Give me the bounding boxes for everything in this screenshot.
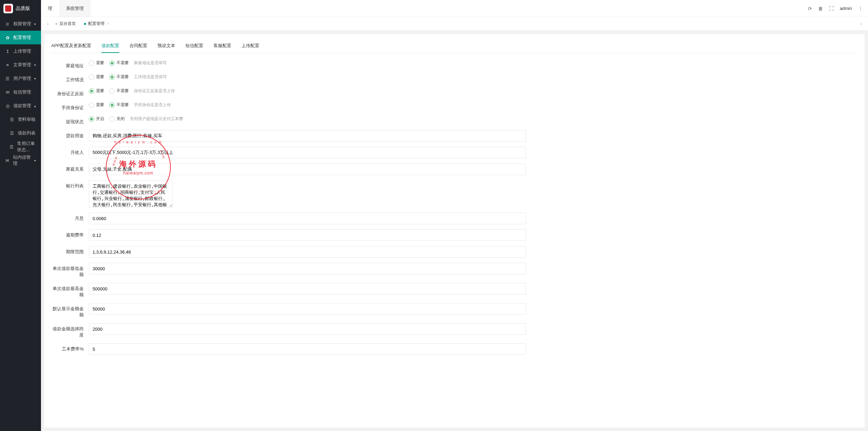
tab-prev-icon[interactable]: ‹ <box>44 21 51 26</box>
row-default-amount: 默认显示金额金额 <box>51 303 858 318</box>
label-hand-id: 手持身份证 <box>51 102 89 111</box>
label-min-amount: 单次借款最低金额 <box>51 263 89 278</box>
label-loan-use: 贷款用途 <box>51 130 89 139</box>
sidebar-item-config[interactable]: ✿ 配置管理 <box>0 31 41 44</box>
row-id-card: 身份证正反面 需要 不需要 身份证正反面是否上传 <box>51 88 858 97</box>
more-icon[interactable]: ⋮ <box>858 6 863 11</box>
row-banks: 银行列表 <box>51 180 858 207</box>
nav-label: 上传管理 <box>13 48 31 54</box>
upload-icon: ↥ <box>5 49 10 54</box>
inner-tab-sms[interactable]: 短信配置 <box>185 39 203 53</box>
input-loan-use[interactable] <box>89 130 526 142</box>
input-overdue[interactable] <box>89 229 526 241</box>
input-income[interactable] <box>89 147 526 158</box>
input-fee-rate[interactable] <box>89 343 526 355</box>
radio-need[interactable]: 需要 <box>89 102 104 108</box>
nav-label: 用户管理 <box>13 75 31 82</box>
sidebar-item-loan-list[interactable]: ☰ 借款列表 <box>0 126 41 140</box>
nav-label: 资料审核 <box>18 116 36 123</box>
radio-label: 需要 <box>96 60 104 66</box>
refresh-icon[interactable]: ⟳ <box>808 6 812 11</box>
inner-tab-label: 客服配置 <box>213 43 231 48</box>
label-step-amount: 借款金额选择跨度 <box>51 323 89 338</box>
chevron-down-icon: ▾ <box>34 22 36 26</box>
tab-home[interactable]: 后台首页 <box>51 17 80 30</box>
input-month-rate[interactable] <box>89 213 526 224</box>
inner-tab-app[interactable]: APP配置及更新配置 <box>51 39 91 53</box>
sidebar-item-permission[interactable]: ⎚ 权限管理 ▾ <box>0 17 41 31</box>
row-income: 月收入 <box>51 147 858 158</box>
inner-tab-label: APP配置及更新配置 <box>51 43 91 48</box>
chevron-down-icon: ▾ <box>34 77 36 81</box>
input-min-amount[interactable] <box>89 263 526 274</box>
input-family[interactable] <box>89 163 526 175</box>
nav-label: 常用订单状态... <box>17 141 36 153</box>
tab-label: 配置管理 <box>88 21 105 27</box>
inner-tab-contract[interactable]: 合同配置 <box>129 39 147 53</box>
sidebar-item-user[interactable]: ☰ 用户管理 ▾ <box>0 72 41 85</box>
brand-text: 品质版 <box>16 5 30 12</box>
label-id-card: 身份证正反面 <box>51 88 89 97</box>
radio-close[interactable]: 关闭 <box>109 116 125 122</box>
file-icon: ≡ <box>5 62 10 68</box>
inner-tab-upload[interactable]: 上传配置 <box>242 39 259 53</box>
radio-need[interactable]: 需要 <box>89 88 104 94</box>
tab-label: 后台首页 <box>59 21 76 27</box>
sidebar-item-loan[interactable]: ◎ 借款管理 ▴ <box>0 99 41 113</box>
sidebar-item-upload[interactable]: ↥ 上传管理 <box>0 44 41 58</box>
radio-open[interactable]: 开启 <box>89 116 104 122</box>
hint-text: 家庭地址是否填写 <box>134 60 167 66</box>
admin-dropdown[interactable]: admin <box>840 6 852 11</box>
sidebar-item-mail[interactable]: ✉ 站内信管理 ▾ <box>0 154 41 167</box>
radio-need[interactable]: 需要 <box>89 74 104 80</box>
tabbar: ‹ 后台首页 配置管理 ✕ › <box>41 17 868 31</box>
gear-icon: ✿ <box>5 35 10 40</box>
mail-icon: ✉ <box>5 158 10 163</box>
sidebar-item-loan-status[interactable]: ☰ 常用订单状态... <box>0 140 41 154</box>
radio-icon <box>89 74 94 80</box>
radio-label: 不需要 <box>116 74 129 80</box>
radio-no-need[interactable]: 不需要 <box>109 74 129 80</box>
sidebar-item-sms[interactable]: ✉ 短信管理 <box>0 85 41 99</box>
radio-label: 需要 <box>96 102 104 108</box>
radio-need[interactable]: 需要 <box>89 60 104 66</box>
label-month-rate: 月息 <box>51 213 89 221</box>
radio-icon <box>109 74 115 80</box>
input-period[interactable] <box>89 246 526 258</box>
inner-tab-loan[interactable]: 借款配置 <box>101 39 119 53</box>
sms-icon: ✉ <box>5 90 10 95</box>
radio-no-need[interactable]: 不需要 <box>109 60 129 66</box>
sidebar-item-article[interactable]: ≡ 文章管理 ▾ <box>0 58 41 72</box>
logo: 品质版 <box>0 0 41 17</box>
chevron-down-icon: ▾ <box>34 63 36 67</box>
header-tab-1[interactable]: 理 <box>41 0 59 17</box>
chevron-down-icon: ▾ <box>34 159 36 162</box>
label-home-address: 家庭地址 <box>51 60 89 69</box>
input-default-amount[interactable] <box>89 303 526 315</box>
fullscreen-icon[interactable]: ⛶ <box>829 6 834 11</box>
textarea-banks[interactable] <box>89 180 173 207</box>
input-max-amount[interactable] <box>89 283 526 294</box>
radio-no-need[interactable]: 不需要 <box>109 88 129 94</box>
input-step-amount[interactable] <box>89 323 526 335</box>
tab-next-icon[interactable]: › <box>858 21 865 26</box>
inner-tab-preset[interactable]: 预设文本 <box>157 39 175 53</box>
chevron-up-icon: ▴ <box>34 104 36 108</box>
radio-icon <box>89 88 94 94</box>
row-work-info: 工作情况 需要 不需要 工作情况是否填写 <box>51 74 858 83</box>
inner-tab-service[interactable]: 客服配置 <box>213 39 231 53</box>
sidebar: 品质版 ⎚ 权限管理 ▾ ✿ 配置管理 ↥ 上传管理 ≡ 文章管理 ▾ ☰ <box>0 0 41 431</box>
tab-config[interactable]: 配置管理 ✕ <box>80 17 114 30</box>
header-tab-system[interactable]: 系统管理 <box>59 0 91 17</box>
nav-label: 文章管理 <box>13 62 31 68</box>
row-home-address: 家庭地址 需要 不需要 家庭地址是否填写 <box>51 60 858 69</box>
inner-tab-label: 短信配置 <box>185 43 203 48</box>
nav-label: 站内信管理 <box>13 154 34 167</box>
row-min-amount: 单次借款最低金额 <box>51 263 858 278</box>
close-icon[interactable]: ✕ <box>107 21 110 26</box>
trash-icon[interactable]: 🗑 <box>818 6 823 11</box>
label-income: 月收入 <box>51 147 89 156</box>
radio-no-need[interactable]: 不需要 <box>109 102 129 108</box>
sidebar-item-loan-audit[interactable]: ☰ 资料审核 <box>0 113 41 126</box>
row-period: 期限范围 <box>51 246 858 258</box>
